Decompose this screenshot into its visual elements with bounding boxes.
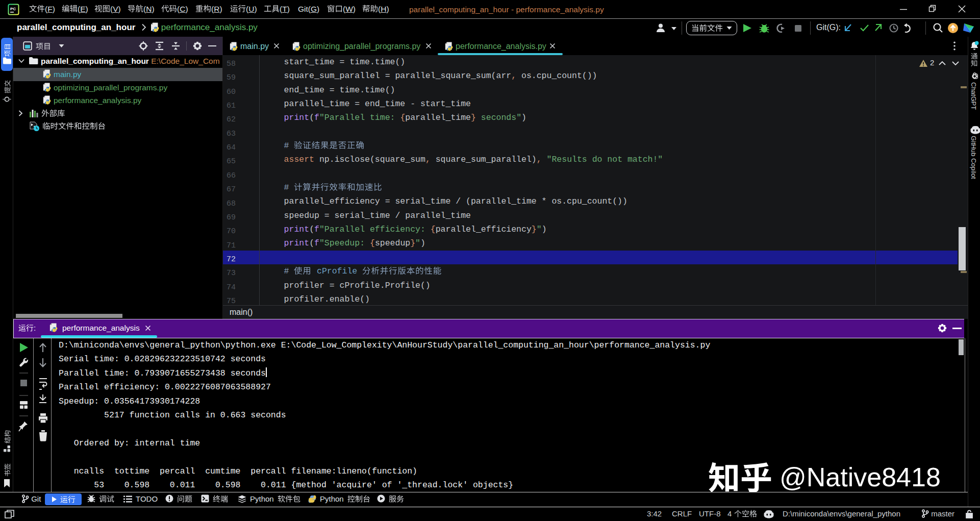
svg-text:PC: PC [10,7,16,11]
